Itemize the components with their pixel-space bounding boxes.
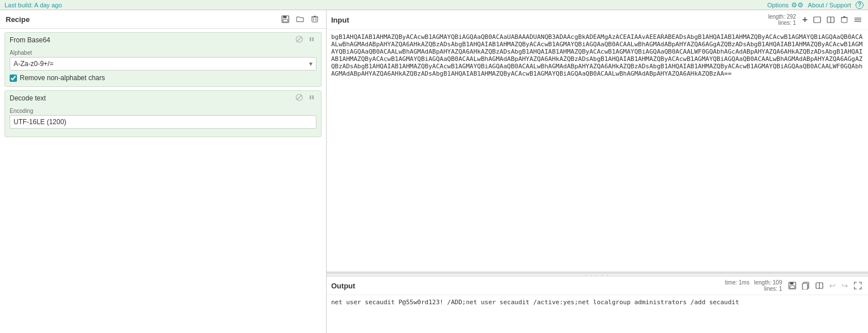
main-container: Recipe — [0, 10, 868, 333]
open-recipe-button[interactable] — [294, 15, 306, 24]
pause-icon-2 — [308, 94, 315, 101]
split-input-button[interactable] — [825, 15, 836, 24]
operation-from-base64-header: From Base64 — [5, 33, 321, 47]
help-icon[interactable]: ? — [856, 1, 863, 9]
pause-icon — [308, 36, 315, 43]
alphabet-input-wrapper: A-Za-z0-9+/= ▾ — [10, 57, 316, 71]
expand-icon — [854, 282, 862, 290]
top-bar: Last build: A day ago Options ⚙ About / … — [0, 0, 868, 10]
svg-rect-29 — [802, 283, 808, 290]
output-text: net user secaudit P@55w0rd123! /ADD;net … — [331, 299, 739, 306]
output-time-label: time: — [725, 279, 737, 286]
io-panel: Input length: 292 lines: 1 + — [327, 10, 868, 333]
alphabet-field-group: Alphabet A-Za-z0-9+/= ▾ — [10, 50, 316, 71]
clear-recipe-button[interactable] — [309, 15, 320, 24]
trash-icon — [311, 15, 319, 23]
disable-decode-text-button[interactable] — [294, 94, 304, 103]
save-recipe-button[interactable] — [280, 15, 291, 24]
about-link[interactable]: About / Support — [808, 2, 851, 8]
operation-decode-text-controls — [294, 94, 316, 103]
input-title: Input — [331, 16, 349, 24]
clear-input-button[interactable] — [839, 15, 850, 24]
operation-from-base64-body: Alphabet A-Za-z0-9+/= ▾ Remove non-alpha… — [5, 47, 321, 86]
operation-decode-text-body: Encoding UTF-16LE (1200) — [5, 106, 321, 137]
split-output-icon — [815, 282, 823, 290]
output-time-value: 1ms — [739, 279, 749, 286]
copy-icon — [802, 282, 810, 290]
alphabet-label: Alphabet — [10, 50, 316, 56]
expand-output-button[interactable] — [852, 281, 863, 290]
operation-decode-text: Decode text — [5, 90, 322, 137]
save-output-button[interactable] — [787, 281, 798, 290]
remove-nonalpha-row: Remove non-alphabet chars — [10, 74, 316, 82]
output-title: Output — [331, 282, 355, 290]
svg-rect-15 — [313, 95, 314, 99]
input-header: Input length: 292 lines: 1 + — [327, 10, 868, 30]
encoding-field-group: Encoding UTF-16LE (1200) — [10, 108, 316, 129]
save-icon — [281, 15, 289, 23]
add-input-button[interactable]: + — [801, 14, 809, 25]
menu-input-button[interactable] — [852, 15, 863, 24]
recipe-header: Recipe — [0, 10, 326, 29]
menu-icon — [854, 16, 862, 24]
operation-from-base64: From Base64 — [5, 32, 322, 87]
operations-list: From Base64 — [0, 29, 326, 333]
alphabet-value: A-Za-z0-9+/= — [14, 60, 54, 68]
recipe-header-icons — [280, 15, 320, 24]
undo-output-button[interactable]: ↩ — [827, 281, 837, 291]
recipe-panel: Recipe — [0, 10, 327, 333]
save-output-icon — [788, 282, 796, 290]
split-output-button[interactable] — [814, 281, 825, 290]
svg-rect-3 — [312, 17, 318, 22]
output-meta: time: 1ms length: 109 lines: 1 — [725, 279, 782, 292]
output-length-value: 109 — [772, 279, 782, 286]
clear-input-icon — [840, 16, 848, 24]
input-meta: length: 292 lines: 1 — [768, 14, 796, 26]
pause-decode-text-button[interactable] — [307, 94, 316, 103]
output-actions: ↩ ↪ — [787, 281, 863, 291]
output-header-right: time: 1ms length: 109 lines: 1 — [725, 279, 863, 292]
output-content: net user secaudit P@55w0rd123! /ADD;net … — [327, 295, 868, 333]
input-header-right: length: 292 lines: 1 + — [768, 14, 863, 26]
input-section: Input length: 292 lines: 1 + — [327, 10, 868, 273]
options-link[interactable]: Options ⚙ — [767, 1, 804, 9]
output-lines-label: lines: — [764, 286, 777, 292]
remove-nonalpha-label: Remove non-alphabet chars — [20, 74, 105, 82]
svg-rect-19 — [841, 17, 847, 23]
pause-from-base64-button[interactable] — [307, 36, 316, 45]
redo-output-button[interactable]: ↪ — [840, 281, 850, 291]
svg-rect-26 — [790, 282, 793, 284]
remove-nonalpha-checkbox[interactable] — [10, 75, 17, 82]
operation-from-base64-title: From Base64 — [10, 36, 50, 44]
copy-output-button[interactable] — [800, 281, 811, 290]
output-lines-value: 1 — [779, 286, 782, 292]
output-length-label: length: — [754, 279, 771, 286]
recipe-title: Recipe — [6, 15, 30, 24]
folder-icon — [296, 15, 304, 23]
output-section: Output time: 1ms length: 109 lines: 1 — [327, 277, 868, 333]
svg-rect-11 — [313, 37, 314, 41]
encoding-input-wrapper: UTF-16LE (1200) — [10, 115, 316, 129]
input-content[interactable]: bgB1AHQAIAB1AHMAZQByACAcwB1AGMAYQBiAGQAa… — [327, 30, 868, 271]
input-actions: + — [801, 14, 863, 25]
input-lines-label: lines: — [778, 20, 791, 26]
svg-rect-27 — [790, 286, 795, 288]
operation-from-base64-controls — [294, 36, 316, 45]
alphabet-dropdown-icon[interactable]: ▾ — [309, 60, 313, 68]
top-right-links: Options ⚙ About / Support ? — [767, 1, 863, 9]
split-icon — [827, 16, 835, 24]
windowed-input-button[interactable] — [811, 15, 823, 24]
output-header: Output time: 1ms length: 109 lines: 1 — [327, 277, 868, 295]
operation-decode-text-header: Decode text — [5, 91, 321, 106]
disable-from-base64-button[interactable] — [294, 36, 304, 45]
svg-rect-10 — [310, 37, 311, 41]
svg-rect-2 — [283, 19, 288, 22]
ban-icon — [296, 36, 303, 43]
encoding-label: Encoding — [10, 108, 316, 114]
operation-decode-text-title: Decode text — [10, 94, 46, 102]
input-length-label: length: — [768, 14, 785, 20]
last-build-label: Last build: A day ago — [5, 2, 62, 8]
input-lines-value: 1 — [793, 20, 796, 26]
svg-rect-14 — [310, 95, 311, 99]
svg-line-9 — [297, 37, 302, 42]
